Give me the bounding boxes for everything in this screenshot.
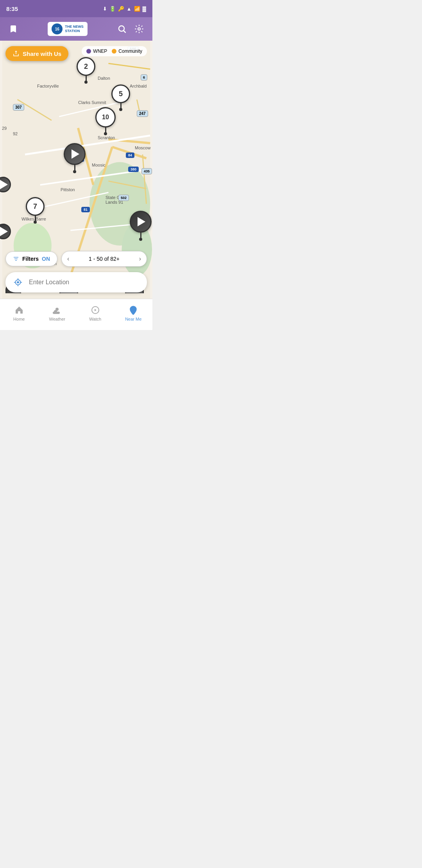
pin-bubble-2: 2 [77, 57, 95, 76]
filter-icon [13, 256, 19, 262]
highway-badge-247: 247 [137, 110, 148, 117]
map-pin-10[interactable]: 10 [95, 107, 116, 135]
filters-bar: Filters ON ‹ 1 - 50 of 82+ › [0, 249, 152, 269]
legend-community-label: Community [118, 48, 142, 54]
location-search-bar [5, 272, 147, 292]
header: 16 THE NEWS STATION [0, 17, 152, 41]
map-legend: WNEP Community [82, 46, 147, 56]
nav-item-weather[interactable]: Weather [38, 299, 77, 330]
pin-dot-5 [119, 108, 122, 111]
header-actions [115, 22, 146, 36]
status-bar: 8:35 ⬇ 🔋 🔑 ▲ 📶 ▓ [0, 0, 152, 17]
share-with-us-button[interactable]: Share with Us [5, 46, 68, 61]
upload-icon [13, 50, 20, 57]
highway-shield-81: 81 [81, 207, 90, 212]
video-pin-1[interactable] [64, 143, 86, 173]
highway-badge-307: 307 [13, 104, 24, 111]
pin-tail-10 [105, 127, 106, 133]
battery-low-icon: 🔋 [109, 6, 116, 12]
next-page-button[interactable]: › [139, 255, 141, 262]
signal-icon: 📶 [134, 6, 140, 12]
edge-pin-left-1[interactable] [0, 177, 11, 192]
video-bubble-2 [130, 211, 152, 233]
edge-video-bubble-1 [0, 177, 11, 192]
video-pin-tail-1 [74, 165, 75, 170]
weather-icon [52, 305, 62, 315]
legend-community: Community [112, 48, 142, 54]
pin-dot-2 [84, 81, 88, 84]
highway-shield-380: 380 [128, 167, 139, 172]
nav-item-watch[interactable]: Watch [76, 299, 114, 330]
legend-wnep-label: WNEP [93, 48, 107, 54]
location-input[interactable] [29, 279, 141, 286]
map-pin-7[interactable]: 7 [26, 197, 45, 224]
bottom-nav: Home Weather Watch Near Me [0, 299, 152, 330]
bookmark-button[interactable] [6, 22, 20, 36]
legend-dot-community [112, 49, 116, 54]
edge-play-icon-2 [0, 227, 8, 236]
pin-dot-7 [34, 221, 37, 224]
svg-point-27 [17, 281, 19, 283]
filters-status: ON [42, 256, 50, 262]
share-button-label: Share with Us [23, 50, 61, 57]
video-pin-dot-2 [139, 238, 142, 241]
play-icon-2 [138, 217, 145, 226]
status-icons: ⬇ 🔋 🔑 ▲ 📶 ▓ [103, 6, 146, 12]
wifi-icon: ▲ [127, 6, 132, 12]
filters-button[interactable]: Filters ON [5, 251, 57, 266]
nav-label-near-me: Near Me [125, 317, 141, 321]
filters-label: Filters [22, 256, 39, 262]
map-pin-2[interactable]: 2 [77, 57, 95, 84]
pagination-bar: ‹ 1 - 50 of 82+ › [61, 251, 147, 267]
pin-bubble-10: 10 [95, 107, 116, 127]
edge-pin-left-2[interactable] [0, 224, 11, 239]
nav-label-home: Home [13, 317, 25, 321]
pin-tail-2 [86, 75, 87, 81]
svg-line-1 [123, 31, 125, 33]
near-me-icon [128, 305, 138, 315]
logo-number: 16 [52, 23, 63, 34]
key-icon: 🔑 [118, 6, 124, 12]
nav-item-home[interactable]: Home [0, 299, 38, 330]
pagination-text: 1 - 50 of 82+ [89, 256, 120, 262]
edge-video-bubble-2 [0, 224, 11, 239]
nav-label-weather: Weather [49, 317, 65, 321]
video-pin-tail-2 [140, 232, 141, 238]
app-logo: 16 THE NEWS STATION [48, 21, 88, 37]
status-time: 8:35 [6, 5, 18, 12]
battery-icon: ▓ [143, 6, 146, 12]
highway-badge-6: 6 [141, 74, 147, 81]
video-pin-dot-1 [73, 170, 76, 173]
highway-badge-502: 502 [118, 195, 129, 201]
prev-page-button[interactable]: ‹ [67, 255, 69, 262]
my-location-button[interactable] [12, 276, 24, 289]
home-icon [14, 305, 24, 315]
watch-icon [90, 305, 100, 315]
settings-button[interactable] [132, 22, 146, 36]
nav-item-near-me[interactable]: Near Me [114, 299, 153, 330]
pin-tail-7 [35, 215, 36, 221]
download-icon: ⬇ [103, 6, 107, 12]
logo-text: THE NEWS STATION [65, 25, 84, 33]
video-bubble-1 [64, 143, 86, 165]
svg-point-2 [138, 28, 140, 30]
edge-play-icon-1 [0, 180, 8, 189]
pin-bubble-5: 5 [111, 84, 130, 103]
location-icon [14, 278, 22, 287]
pin-bubble-7: 7 [26, 197, 45, 216]
legend-wnep: WNEP [86, 48, 107, 54]
pin-dot-10 [104, 132, 107, 135]
nav-label-watch: Watch [89, 317, 101, 321]
legend-dot-wnep [86, 49, 91, 54]
pin-tail-5 [120, 103, 122, 108]
highway-badge-435: 435 [141, 168, 152, 174]
play-icon-1 [72, 149, 79, 159]
search-button[interactable] [115, 22, 129, 36]
video-pin-2[interactable] [130, 211, 152, 241]
highway-shield-84: 84 [126, 152, 134, 158]
